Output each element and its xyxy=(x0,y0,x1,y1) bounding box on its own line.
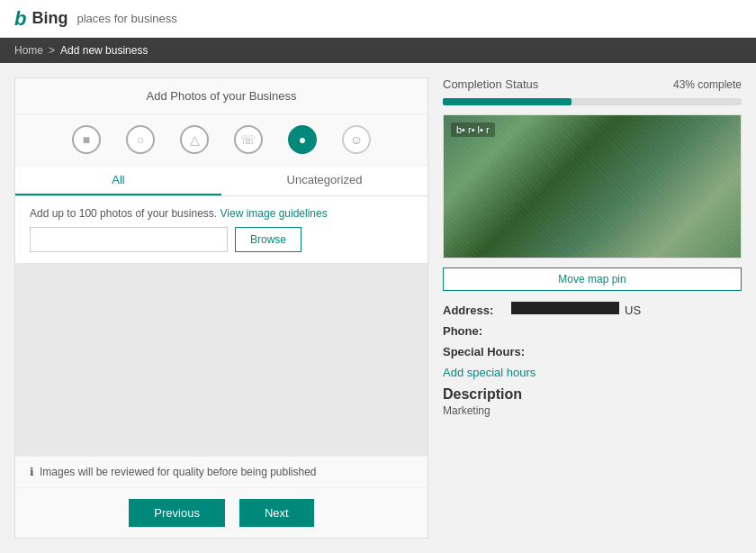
previous-button[interactable]: Previous xyxy=(129,499,225,527)
address-value-box xyxy=(511,302,619,314)
camera-icon: ● xyxy=(299,132,306,147)
left-panel: Add Photos of your Business ■ ○ △ ☏ ● ☺ xyxy=(14,77,428,539)
right-panel: Completion Status 43% complete b• r• l• … xyxy=(428,77,742,539)
business-info: Address: US Phone: Special Hours: Add sp… xyxy=(443,302,742,417)
special-hours-row: Special Hours: xyxy=(443,345,742,358)
phone-row: Phone: xyxy=(443,324,742,338)
address-row: Address: US xyxy=(443,302,742,317)
browse-button[interactable]: Browse xyxy=(235,227,302,252)
map-label-overlay: b• r• l• r xyxy=(451,122,495,137)
upload-info-text: Add up to 100 photos of your business. xyxy=(30,207,217,220)
image-guidelines-link[interactable]: View image guidelines xyxy=(220,207,328,220)
bing-text: Bing xyxy=(32,9,68,28)
header-subtitle: places for business xyxy=(76,12,176,25)
smile-icon: ☺ xyxy=(350,132,363,147)
completion-label: Completion Status xyxy=(443,77,538,91)
file-path-input[interactable] xyxy=(30,227,228,252)
app-header: b Bing places for business xyxy=(0,0,756,38)
step-icon-phone[interactable]: ☏ xyxy=(234,125,263,154)
bing-b-icon: b xyxy=(14,7,26,31)
main-layout: Add Photos of your Business ■ ○ △ ☏ ● ☺ xyxy=(0,63,756,553)
description-title: Description xyxy=(443,386,742,403)
building-icon: ■ xyxy=(83,132,90,147)
progress-bar-fill xyxy=(443,98,572,105)
review-notice: ℹ Images will be reviewed for quality be… xyxy=(15,456,428,487)
step-icon-pin[interactable]: ○ xyxy=(126,125,155,154)
phone-icon: ☏ xyxy=(240,132,256,147)
step-icon-building[interactable]: ■ xyxy=(72,125,101,154)
tab-all[interactable]: All xyxy=(15,166,221,195)
photo-drop-area xyxy=(15,263,428,456)
file-input-row: Browse xyxy=(30,227,413,252)
description-value: Marketing xyxy=(443,404,742,417)
photo-tabs: All Uncategorized xyxy=(15,166,428,196)
special-hours-label: Special Hours: xyxy=(443,345,525,358)
breadcrumb-home[interactable]: Home xyxy=(14,44,43,57)
step-icons: ■ ○ △ ☏ ● ☺ xyxy=(15,114,428,166)
step-icon-people[interactable]: △ xyxy=(180,125,209,154)
add-special-hours-row: Add special hours xyxy=(443,366,742,379)
breadcrumb-current: Add new business xyxy=(60,44,148,57)
map-preview: b• r• l• r xyxy=(443,114,742,258)
panel-title: Add Photos of your Business xyxy=(15,78,428,114)
location-icon: ○ xyxy=(137,132,144,147)
step-icon-smile[interactable]: ☺ xyxy=(342,125,371,154)
action-buttons: Previous Next xyxy=(15,487,428,538)
tab-uncategorized[interactable]: Uncategorized xyxy=(221,166,428,195)
phone-label: Phone: xyxy=(443,324,506,338)
logo: b Bing places for business xyxy=(14,7,177,31)
notice-text: Images will be reviewed for quality befo… xyxy=(40,466,317,478)
upload-info: Add up to 100 photos of your business. V… xyxy=(30,207,413,220)
breadcrumb-separator: > xyxy=(49,44,55,57)
add-special-hours-link[interactable]: Add special hours xyxy=(443,366,536,379)
breadcrumb: Home > Add new business xyxy=(0,38,756,63)
upload-section: Add up to 100 photos of your business. V… xyxy=(15,196,428,263)
progress-bar-background xyxy=(443,98,742,105)
completion-percent: 43% complete xyxy=(673,78,742,91)
address-label: Address: xyxy=(443,304,506,317)
move-map-pin-button[interactable]: Move map pin xyxy=(443,267,742,291)
info-icon: ℹ xyxy=(30,466,34,478)
address-country: US xyxy=(625,304,641,317)
completion-status-header: Completion Status 43% complete xyxy=(443,77,742,91)
next-button[interactable]: Next xyxy=(239,499,314,527)
step-icon-camera[interactable]: ● xyxy=(288,125,317,154)
people-icon: △ xyxy=(190,132,200,147)
